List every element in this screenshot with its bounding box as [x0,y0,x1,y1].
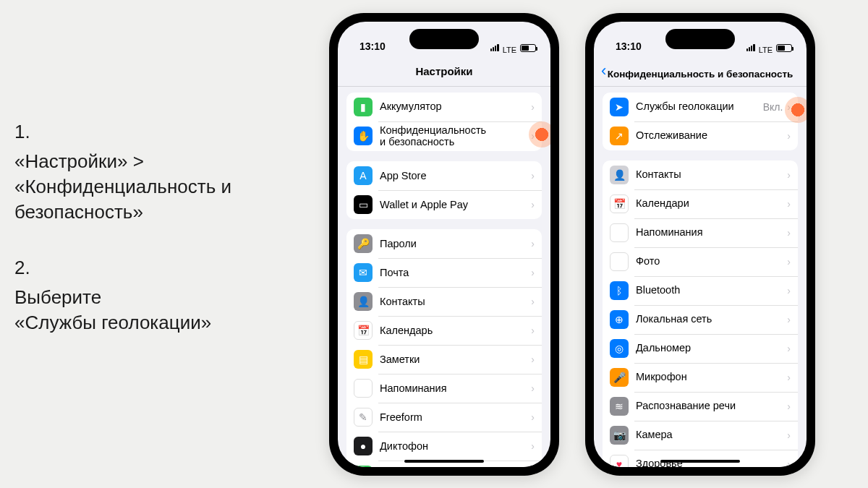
settings-row[interactable]: 🎤Микрофон› [603,363,798,392]
settings-row[interactable]: 📷Камера› [603,421,798,450]
row-label: Диктофон [380,440,529,453]
settings-row[interactable]: 📅Календари› [603,189,798,218]
chevron-right-icon: › [787,256,791,267]
row-label: Отслеживание [636,129,786,142]
phone-frame-2: 13:10 Поиск LTE ‹ Конфиденциальность и б… [585,13,815,476]
phone-frame-1: 13:10 Поиск LTE Настройки ▮Аккумулятор›✋… [329,13,559,476]
tracking-icon: ↗ [610,127,629,145]
settings-row[interactable]: 👤Контакты› [603,160,798,189]
chevron-right-icon: › [787,401,791,412]
chevron-right-icon: › [531,382,535,394]
settings-row[interactable]: ✎Freeform› [346,403,542,432]
nav-back-button[interactable]: ‹ [601,61,606,80]
chevron-right-icon: › [787,429,791,441]
settings-row[interactable]: ⊕Локальная сеть› [603,305,798,334]
chevron-right-icon: › [531,267,535,278]
settings-row[interactable]: ▭Wallet и Apple Pay› [346,190,542,219]
row-value: Вкл. [763,101,783,113]
home-indicator[interactable] [660,460,740,463]
chevron-right-icon: › [531,354,535,365]
chevron-right-icon: › [531,101,535,113]
location-icon: ➤ [610,98,629,116]
settings-row[interactable]: AApp Store› [346,161,542,190]
signal-icon [490,44,499,51]
chevron-right-icon: › [531,411,535,423]
network-icon: ⊕ [610,310,629,329]
settings-group: ▮Аккумулятор›✋Конфиденциальность и безоп… [346,93,542,151]
freeform-icon: ✎ [354,408,373,427]
phone-icon: ✆ [354,466,373,467]
chevron-right-icon: › [787,343,791,354]
settings-row[interactable]: ᛒBluetooth› [603,276,798,305]
row-label: Конфиденциальность и безопасность [380,124,529,148]
mic-icon: 🎤 [610,368,629,387]
passwords-icon: 🔑 [354,234,373,253]
settings-row[interactable]: ✋Конфиденциальность и безопасность› [346,121,542,151]
chevron-right-icon: › [787,372,791,383]
status-time: 13:10 [359,40,386,52]
contacts2-icon: 👤 [610,166,629,184]
nav-bar: ‹ Конфиденциальность и безопасность [594,56,807,87]
settings-row[interactable]: 🔑Пароли› [346,229,542,258]
settings-row[interactable]: 👤Контакты› [346,287,542,316]
settings-row[interactable]: ☰Напоминания› [603,218,798,247]
settings-row[interactable]: 📅Календарь› [346,316,542,345]
chevron-right-icon: › [531,325,535,336]
chevron-right-icon: › [531,440,535,452]
settings-row[interactable]: ●Диктофон› [346,432,542,461]
row-label: Напоминания [636,226,786,239]
calendar-icon: 📅 [354,321,373,340]
row-label: Локальная сеть [636,313,786,325]
notes-icon: ▤ [354,350,373,369]
nav-title: Конфиденциальность и безопасность [608,69,793,73]
settings-group: 🔑Пароли›✉Почта›👤Контакты›📅Календарь›▤Зам… [346,229,542,467]
home-indicator[interactable] [404,460,484,463]
row-label: Пароли [380,238,529,250]
nav-title: Настройки [415,65,472,77]
row-label: App Store [380,170,529,182]
calendar2-icon: 📅 [610,194,629,213]
health-icon: ♥ [610,455,629,467]
chevron-right-icon: › [531,170,535,181]
chevron-right-icon: › [787,130,791,142]
photos-icon: ✿ [610,252,629,271]
settings-row[interactable]: ➤Службы геолокацииВкл.› [603,93,798,121]
settings-row[interactable]: ▮Аккумулятор› [346,93,542,121]
chevron-right-icon: › [531,296,535,307]
settings-row[interactable]: ▤Заметки› [346,345,542,374]
row-label: Микрофон [636,371,786,383]
network-label: LTE [503,46,516,50]
bluetooth-icon: ᛒ [610,281,629,300]
row-label: Календарь [380,325,529,337]
step-1-number: 1. [14,121,315,143]
privacy-scroll[interactable]: ➤Службы геолокацииВкл.›↗Отслеживание›👤Ко… [594,87,807,467]
status-time: 13:10 [616,40,642,52]
settings-row[interactable]: ♥Здоровье› [603,450,798,467]
row-label: Календари [636,197,786,210]
contacts-icon: 👤 [354,292,373,311]
chevron-right-icon: › [787,198,791,210]
dynamic-island [665,29,735,49]
settings-group: 👤Контакты›📅Календари›☰Напоминания›✿Фото›… [603,160,798,467]
row-label: Bluetooth [636,284,786,296]
wallet-icon: ▭ [354,195,373,214]
chevron-right-icon: › [531,238,535,249]
settings-scroll[interactable]: ▮Аккумулятор›✋Конфиденциальность и безоп… [338,87,550,467]
reminders2-icon: ☰ [610,223,629,242]
settings-row[interactable]: ◎Дальномер› [603,334,798,363]
row-label: Распознавание речи [636,400,786,412]
battery-icon [520,44,536,52]
settings-group: ➤Службы геолокацииВкл.›↗Отслеживание› [603,93,798,150]
settings-row[interactable]: ≋Распознавание речи› [603,392,798,421]
appstore-icon: A [354,166,373,185]
reminders-icon: ☰ [354,379,373,398]
settings-row[interactable]: ↗Отслеживание› [603,121,798,150]
chevron-right-icon: › [787,227,791,239]
instructions-panel: 1. «Настройки» > «Конфиденциальность и б… [0,121,329,367]
row-label: Аккумулятор [380,100,529,113]
settings-row[interactable]: ✉Почта› [346,258,542,287]
settings-row[interactable]: ✿Фото› [603,247,798,276]
chevron-right-icon: › [787,314,791,325]
settings-row[interactable]: ☰Напоминания› [346,374,542,403]
row-label: Контакты [636,168,786,181]
